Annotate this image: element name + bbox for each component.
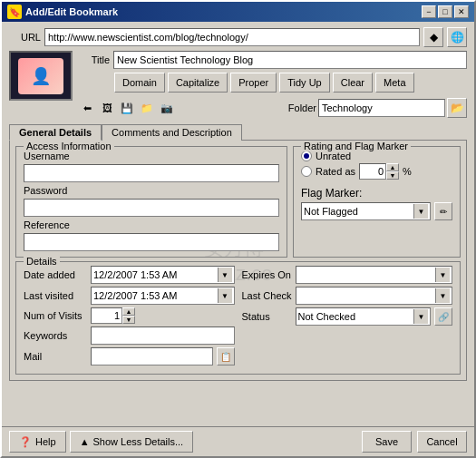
flag-dropdown-text: Not Flagged: [304, 206, 413, 217]
last-visited-label: Last visited: [24, 290, 87, 301]
toolbar-camera-icon[interactable]: 📷: [158, 99, 176, 117]
help-button[interactable]: ❓ Help: [9, 431, 66, 453]
title-label: Title: [78, 54, 110, 65]
capitalize-button[interactable]: Capitalize: [168, 73, 228, 93]
status-arrow: ▼: [413, 309, 428, 324]
rated-radio[interactable]: [301, 166, 312, 177]
details-left: Date added 12/2/2007 1:53 AM ▼ Last visi…: [24, 266, 235, 368]
title-input[interactable]: [113, 51, 467, 69]
visits-spinner-input[interactable]: [91, 307, 122, 324]
unrated-label: Unrated: [316, 151, 351, 161]
title-bar: 🔖 Add/Edit Bookmark − □ ✕: [2, 2, 474, 22]
last-check-label: Last Check: [242, 290, 292, 301]
help-icon: ❓: [19, 436, 32, 448]
maximize-button[interactable]: □: [438, 5, 452, 18]
spinner-down[interactable]: ▼: [386, 171, 399, 180]
spinner-buttons: ▲ ▼: [386, 163, 399, 180]
last-check-row: Last Check ▼: [242, 287, 453, 305]
pencil-icon-btn[interactable]: ✏: [434, 202, 452, 220]
toolbar: ⬅ 🖼 💾 📁 📷 Folder 📂: [78, 96, 467, 120]
clear-button[interactable]: Clear: [333, 73, 373, 93]
status-dropdown[interactable]: Not Checked ▼: [296, 307, 432, 326]
rating-spinner-input[interactable]: [359, 163, 386, 180]
tidy-up-button[interactable]: Tidy Up: [279, 73, 330, 93]
date-added-row: Date added 12/2/2007 1:53 AM ▼: [24, 266, 235, 284]
window-content: URL ◆ 🌐 👤 Title Domain: [2, 22, 474, 426]
spinner-up[interactable]: ▲: [386, 163, 399, 171]
show-less-button[interactable]: ▲ Show Less Details...: [70, 431, 194, 453]
date-added-dropdown[interactable]: 12/2/2007 1:53 AM ▼: [91, 266, 235, 284]
meta-button[interactable]: Meta: [375, 73, 413, 93]
mail-browse-btn[interactable]: 📋: [217, 347, 235, 365]
folder-input[interactable]: [318, 99, 445, 117]
minimize-button[interactable]: −: [422, 5, 436, 18]
reference-input[interactable]: [24, 233, 279, 251]
tab-general[interactable]: General Details: [9, 124, 102, 141]
rating-group: Rating and Flag Marker Unrated Rated as: [293, 146, 461, 258]
bottom-bar: ❓ Help ▲ Show Less Details... Save Cance…: [2, 426, 474, 456]
toolbar-image-icon[interactable]: 🖼: [98, 99, 116, 117]
tabs-container: General Details Comments and Description: [9, 123, 467, 141]
tab-comments[interactable]: Comments and Description: [102, 124, 242, 141]
main-window: 🔖 Add/Edit Bookmark − □ ✕ URL ◆ 🌐 👤: [0, 0, 476, 458]
cancel-button[interactable]: Cancel: [417, 431, 467, 453]
last-visited-dropdown[interactable]: 12/2/2007 1:53 AM ▼: [91, 287, 235, 305]
visits-up[interactable]: ▲: [122, 307, 135, 316]
access-legend: Access Information: [24, 141, 114, 151]
unrated-radio-row: Unrated: [301, 151, 452, 161]
folder-browse-icon: 📂: [451, 102, 464, 114]
globe-icon-btn[interactable]: 🌐: [447, 27, 467, 47]
domain-button[interactable]: Domain: [114, 73, 165, 93]
password-input[interactable]: [24, 199, 279, 217]
url-input[interactable]: [44, 28, 420, 46]
title-bar-left: 🔖 Add/Edit Bookmark: [7, 5, 118, 19]
preview-box: 👤: [9, 51, 73, 101]
toolbar-back-icon[interactable]: ⬅: [78, 99, 96, 117]
status-value: Not Checked: [298, 311, 414, 322]
proper-button[interactable]: Proper: [230, 73, 277, 93]
url-row: URL ◆ 🌐: [9, 27, 467, 47]
last-visited-row: Last visited 12/2/2007 1:53 AM ▼: [24, 287, 235, 305]
mail-input[interactable]: [91, 347, 213, 365]
close-button[interactable]: ✕: [454, 5, 469, 18]
expires-row: Expires On ▼: [242, 266, 453, 284]
save-button[interactable]: Save: [362, 431, 412, 453]
toolbar-folder-icon[interactable]: 📁: [138, 99, 156, 117]
radio-group: Unrated Rated as ▲ ▼: [301, 151, 452, 180]
date-added-value: 12/2/2007 1:53 AM: [93, 269, 218, 280]
rating-spinner: ▲ ▼: [359, 163, 399, 180]
unrated-radio[interactable]: [301, 151, 312, 161]
folder-label: Folder: [280, 102, 316, 113]
keywords-row: Keywords: [24, 326, 235, 345]
status-extra-btn[interactable]: 🔗: [434, 307, 452, 326]
last-visited-value: 12/2/2007 1:53 AM: [93, 290, 218, 301]
rated-as-label: Rated as: [316, 166, 355, 177]
rated-radio-row: Rated as ▲ ▼ %: [301, 163, 452, 180]
diamond-icon: ◆: [430, 31, 438, 44]
password-label: Password: [24, 185, 87, 196]
username-input[interactable]: [24, 164, 279, 182]
reference-label: Reference: [24, 219, 87, 230]
keywords-input[interactable]: [91, 326, 235, 345]
not-flagged-row: Not Flagged ▼ ✏: [301, 202, 452, 220]
title-buttons: Domain Capitalize Proper Tidy Up Clear M…: [78, 73, 467, 93]
flag-label: Flag Marker:: [301, 187, 362, 200]
tab-panel: 安万博anxz.co Access Information Username P…: [9, 141, 467, 381]
top-groups: Access Information Username Password Ref…: [15, 146, 461, 258]
window-title: Add/Edit Bookmark: [25, 6, 118, 17]
show-less-icon: ▲: [80, 436, 90, 447]
last-check-dropdown[interactable]: ▼: [296, 287, 452, 305]
visits-down[interactable]: ▼: [122, 316, 135, 324]
toolbar-save-icon[interactable]: 💾: [118, 99, 136, 117]
diamond-icon-btn[interactable]: ◆: [423, 27, 443, 47]
details-group: Details Date added 12/2/2007 1:53 AM ▼: [15, 261, 461, 375]
flag-dropdown[interactable]: Not Flagged ▼: [301, 202, 431, 220]
mail-label: Mail: [24, 351, 87, 362]
globe-icon: 🌐: [451, 31, 464, 44]
title-bar-controls: − □ ✕: [422, 5, 469, 18]
folder-browse-button[interactable]: 📂: [447, 98, 467, 118]
visits-spinner: ▲ ▼: [91, 307, 135, 324]
status-row: Status Not Checked ▼ 🔗: [242, 307, 453, 326]
expires-dropdown[interactable]: ▼: [296, 266, 453, 284]
title-row: Title: [78, 51, 467, 69]
